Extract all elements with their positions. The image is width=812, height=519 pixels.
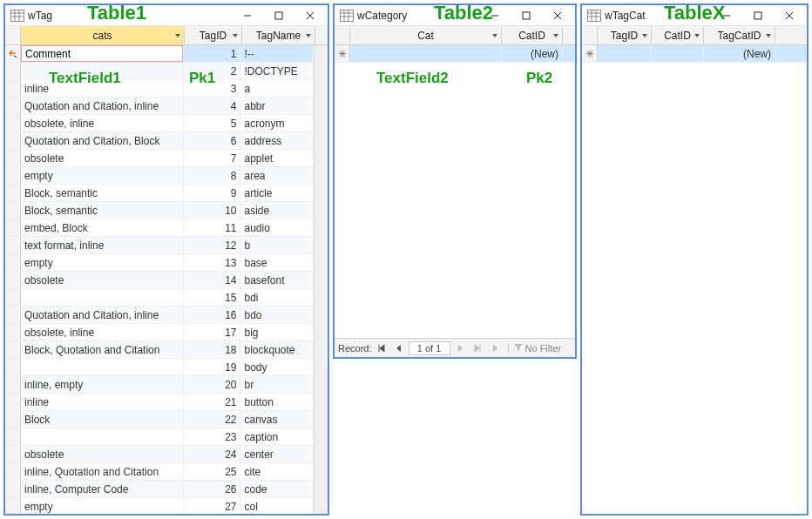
filter-status[interactable]: No Filter [508,343,562,354]
cell-cats[interactable]: obsolete [21,272,184,288]
table-row[interactable]: Quotation and Citation, inline4abbr [5,98,314,115]
table-row[interactable]: inline21button [5,394,314,411]
titlebar-wcategory[interactable]: wCategory [335,5,575,26]
cell-tagid[interactable]: 15 [184,289,241,306]
minimize-button[interactable] [711,6,742,25]
cell-tagname[interactable]: !DOCTYPE [240,63,314,79]
cats-edit-input[interactable] [21,45,183,62]
cell-tagid[interactable]: 8 [184,167,241,184]
table-row[interactable]: embed, Block11audio [5,219,314,237]
cell-tagname[interactable]: aside [240,202,314,219]
row-selector[interactable] [5,324,21,340]
row-selector[interactable] [5,428,21,445]
cell-tagname[interactable]: br [240,376,314,393]
table-row[interactable]: Block, semantic10aside [5,202,314,219]
col-tagcatid[interactable]: TagCatID [704,26,775,44]
cell-tagname[interactable]: acronym [240,115,314,131]
cell-cats[interactable]: inline [21,80,184,97]
col-cats[interactable]: cats [21,26,185,44]
cell-cats[interactable]: inline, Computer Code [21,481,184,497]
table-row[interactable]: inline, empty20br [5,376,314,394]
table-row[interactable]: inline, Computer Code26code [5,481,314,498]
row-selector[interactable] [5,237,21,253]
cell-tagid[interactable]: 5 [184,115,241,131]
cell-tagid[interactable]: 11 [184,219,241,236]
table-row[interactable]: 23caption [5,428,314,446]
row-selector[interactable] [5,272,21,288]
table-row[interactable]: 1!-- [5,45,314,63]
cell-tagid[interactable]: 25 [184,463,241,480]
dropdown-icon[interactable] [552,32,559,39]
close-button[interactable] [774,6,805,25]
cell-tagname[interactable]: bdi [240,289,314,306]
maximize-button[interactable] [263,6,294,25]
cell-tagid[interactable] [598,45,652,62]
grid-body[interactable]: ✳ (New) [335,45,575,338]
cell-cats[interactable]: Block, semantic [21,202,184,219]
table-row[interactable]: 15bdi [5,289,314,307]
nav-last-button[interactable] [470,341,485,355]
cell-tagid[interactable]: 12 [184,237,241,253]
cell-tagname[interactable]: center [240,446,314,462]
cell-tagname[interactable]: area [240,167,314,184]
cell-cats[interactable]: text format, inline [21,237,184,253]
cell-cats[interactable]: Block, Quotation and Citation [21,341,184,358]
table-row[interactable]: obsolete, inline5acronym [5,115,314,132]
dropdown-icon[interactable] [232,32,239,39]
cell-tagname[interactable]: applet [240,150,314,166]
row-selector[interactable] [5,498,21,514]
cell-cats[interactable]: Block [21,411,184,428]
vertical-scrollbar[interactable] [314,45,328,514]
row-selector[interactable] [5,307,21,323]
table-row[interactable]: 19body [5,359,314,376]
cell-cats[interactable] [21,63,184,79]
cell-tagname[interactable]: b [240,237,314,253]
cell-tagname[interactable]: cite [240,463,314,480]
dropdown-icon[interactable] [491,32,498,39]
row-selector[interactable] [5,254,21,271]
cell-tagid[interactable]: 24 [184,446,241,462]
cell-tagid[interactable]: 17 [184,324,241,340]
cell-tagid[interactable]: 7 [184,150,241,166]
cell-cats[interactable]: inline [21,394,184,410]
minimize-button[interactable] [479,6,511,25]
table-row[interactable]: 2!DOCTYPE [5,63,314,80]
select-all-cell[interactable] [5,26,21,44]
cell-tagid[interactable]: 16 [184,307,241,323]
cell-catid[interactable] [652,45,704,62]
table-row[interactable]: obsolete, inline17big [5,324,314,341]
cell-cats[interactable] [21,289,184,306]
cell-cats[interactable]: obsolete, inline [21,324,184,340]
cell-tagid[interactable]: 22 [184,411,241,428]
row-selector[interactable] [5,150,21,166]
cell-tagname[interactable]: bdo [240,307,314,323]
table-row[interactable]: empty8area [5,167,314,185]
cell-tagcatid[interactable]: (New) [704,45,775,62]
close-button[interactable] [294,6,326,25]
cell-cats[interactable]: Quotation and Citation, inline [21,307,184,323]
row-selector[interactable] [5,359,21,375]
table-row[interactable]: Quotation and Citation, Block6address [5,132,314,150]
table-row[interactable]: Block, semantic9article [5,185,314,202]
table-row[interactable]: empty13base [5,254,314,272]
table-row[interactable]: inline, Quotation and Citation25cite [5,463,314,481]
cell-tagid[interactable]: 2 [184,63,241,79]
col-tagname[interactable]: TagName [242,26,315,44]
dropdown-icon[interactable] [641,32,648,39]
record-position[interactable]: 1 of 1 [409,341,450,355]
cell-tagname[interactable]: code [240,481,314,497]
col-catid[interactable]: CatID [502,26,563,44]
cell-tagid[interactable]: 26 [184,481,241,497]
table-row-new[interactable]: ✳ (New) [582,45,807,63]
row-selector[interactable] [5,341,21,358]
cell-cats[interactable]: empty [21,254,184,271]
nav-next-button[interactable] [452,341,468,355]
cell-cats[interactable] [21,45,184,62]
cell-cat[interactable] [350,45,502,62]
cell-cats[interactable]: Quotation and Citation, Block [21,132,184,149]
row-selector[interactable] [5,463,21,480]
cell-tagid[interactable]: 4 [184,98,241,114]
minimize-button[interactable] [232,6,263,25]
row-selector[interactable] [5,63,21,79]
cell-tagid[interactable]: 9 [184,185,241,201]
